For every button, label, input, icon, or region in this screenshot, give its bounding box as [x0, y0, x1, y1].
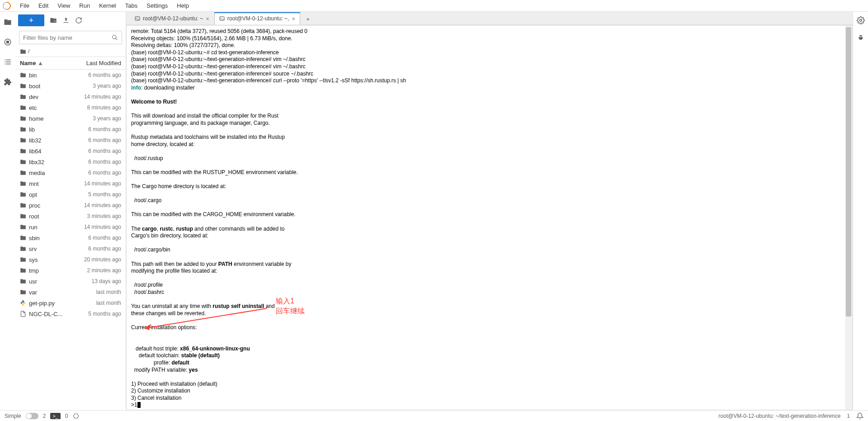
file-browser-panel: + + / Name ▲ Last Modified bin6 months a…	[15, 12, 126, 410]
menu-edit[interactable]: Edit	[34, 0, 53, 11]
file-item[interactable]: sbin6 months ago	[15, 232, 126, 243]
annotation-text-2: 回车继续	[276, 307, 305, 316]
file-item[interactable]: lib326 months ago	[15, 135, 126, 146]
svg-point-8	[859, 19, 862, 22]
status-path: root@VM-0-12-ubuntu: ~/text-generation-i…	[718, 413, 840, 419]
terminal-scrollbar[interactable]	[845, 25, 852, 410]
menu-view[interactable]: View	[53, 0, 75, 11]
running-icon[interactable]	[4, 38, 12, 46]
upload-icon[interactable]	[62, 17, 70, 24]
status-bar: Simple 2 >_ 0 root@VM-0-12-ubuntu: ~/tex…	[0, 410, 868, 421]
svg-text:+: +	[54, 19, 56, 23]
file-list: bin6 months agoboot3 years agodev14 minu…	[15, 70, 126, 410]
terminal-output[interactable]: remote: Total 5164 (delta 3727), reused …	[127, 25, 845, 410]
menu-tabs[interactable]: Tabs	[121, 0, 142, 11]
menu-settings[interactable]: Settings	[142, 0, 172, 11]
file-item[interactable]: sys20 minutes ago	[15, 254, 126, 265]
menu-file[interactable]: File	[15, 0, 34, 11]
close-tab-icon[interactable]: ×	[206, 15, 209, 22]
extensions-icon[interactable]	[4, 78, 12, 86]
menu-help[interactable]: Help	[172, 0, 193, 11]
file-item[interactable]: bin6 months ago	[15, 70, 126, 80]
left-activity-bar	[0, 12, 15, 410]
bell-icon[interactable]	[856, 412, 863, 420]
svg-point-9	[73, 413, 78, 418]
filter-input[interactable]	[23, 34, 112, 41]
status-terminal-count[interactable]: 2	[43, 413, 46, 419]
file-item[interactable]: NGC-DL-C...5 months ago	[15, 308, 126, 319]
add-tab-button[interactable]: +	[302, 13, 314, 25]
jupyter-logo-icon	[1, 0, 12, 11]
terminal-icon	[135, 16, 140, 21]
menu-kernel[interactable]: Kernel	[94, 0, 121, 11]
new-launcher-button[interactable]: +	[18, 14, 44, 26]
svg-rect-5	[220, 17, 224, 20]
file-item[interactable]: proc14 minutes ago	[15, 200, 126, 211]
menubar: FileEditViewRunKernelTabsSettingsHelp	[0, 0, 868, 12]
file-filter	[15, 29, 126, 46]
status-line-number: 1	[847, 413, 850, 419]
file-item[interactable]: run14 minutes ago	[15, 222, 126, 232]
file-item[interactable]: dev14 minutes ago	[15, 91, 126, 102]
svg-rect-4	[135, 17, 140, 20]
col-modified[interactable]: Last Modified	[86, 60, 121, 66]
file-toolbar: + +	[15, 12, 126, 29]
file-item[interactable]: usr13 days ago	[15, 276, 126, 287]
svg-point-3	[113, 35, 116, 39]
tab-bar: root@VM-0-12-ubuntu: ~×root@VM-0-12-ubun…	[126, 12, 853, 25]
new-folder-icon[interactable]: +	[50, 17, 57, 24]
property-inspector-icon[interactable]	[857, 16, 865, 24]
file-item[interactable]: mnt14 minutes ago	[15, 178, 126, 189]
file-item[interactable]: lib646 months ago	[15, 146, 126, 156]
kernel-status-icon	[73, 413, 79, 419]
close-tab-icon[interactable]: ×	[292, 15, 295, 22]
file-item[interactable]: etc8 minutes ago	[15, 102, 126, 113]
status-simple[interactable]: Simple	[5, 413, 21, 419]
search-icon	[112, 34, 118, 41]
file-item[interactable]: boot3 years ago	[15, 80, 126, 91]
file-item[interactable]: lib6 months ago	[15, 124, 126, 135]
svg-rect-1	[7, 41, 9, 43]
file-item[interactable]: home3 years ago	[15, 113, 126, 124]
folder-icon	[20, 48, 26, 55]
file-item[interactable]: root3 minutes ago	[15, 211, 126, 222]
debugger-icon[interactable]	[857, 34, 865, 43]
file-item[interactable]: media6 months ago	[15, 167, 126, 178]
simple-toggle[interactable]	[26, 413, 38, 419]
annotation-text-1: 输入1	[276, 297, 294, 306]
file-item[interactable]: opt5 months ago	[15, 189, 126, 200]
terminal-cursor	[137, 402, 141, 408]
status-kernel-count[interactable]: 0	[65, 413, 68, 419]
menu-run[interactable]: Run	[75, 0, 94, 11]
file-list-header: Name ▲ Last Modified	[15, 57, 126, 70]
terminal-tab[interactable]: root@VM-0-12-ubuntu: ~×	[130, 12, 214, 25]
file-item[interactable]: get-pip.pylast month	[15, 298, 126, 308]
refresh-icon[interactable]	[75, 17, 82, 24]
breadcrumb-root: /	[28, 48, 30, 55]
file-item[interactable]: tmp2 minutes ago	[15, 265, 126, 276]
terminal-tab[interactable]: root@VM-0-12-ubuntu: ~,×	[214, 12, 300, 25]
terminal-badge-icon: >_	[50, 413, 61, 419]
col-name[interactable]: Name	[20, 60, 36, 66]
file-item[interactable]: srv6 months ago	[15, 243, 126, 254]
file-item[interactable]: libx326 months ago	[15, 156, 126, 167]
right-sidebar	[853, 12, 868, 410]
file-item[interactable]: varlast month	[15, 287, 126, 298]
toc-icon[interactable]	[4, 58, 12, 66]
breadcrumb[interactable]: /	[15, 46, 126, 57]
terminal-icon	[219, 16, 225, 21]
folder-icon[interactable]	[4, 18, 12, 26]
